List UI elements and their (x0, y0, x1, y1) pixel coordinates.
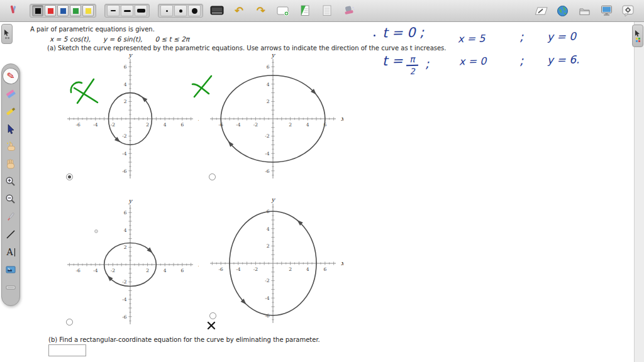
svg-text:-2: -2 (253, 266, 258, 272)
dot-size-large[interactable] (188, 5, 201, 16)
tool-text[interactable]: A (2, 243, 19, 261)
clear-stamp-button[interactable] (341, 3, 357, 19)
fraction-bar (406, 65, 418, 67)
new-whiteboard-button[interactable] (275, 3, 291, 19)
svg-text:x: x (198, 115, 199, 122)
svg-text:2: 2 (146, 268, 149, 273)
svg-text:-6: -6 (122, 168, 127, 174)
blackboard-button[interactable] (209, 3, 225, 19)
new-page-button[interactable] (297, 3, 313, 19)
ink-x-equals-5: x = 5 (458, 33, 486, 45)
svg-text:-2: -2 (122, 279, 127, 285)
svg-text:6: 6 (323, 266, 326, 272)
tool-minimize[interactable] (2, 278, 19, 296)
svg-text:-4: -4 (93, 268, 98, 273)
svg-text:2: 2 (289, 266, 292, 272)
thickness-group (104, 4, 150, 18)
thickness-thick[interactable] (135, 5, 147, 16)
tool-zoom-in[interactable] (2, 173, 19, 190)
minimize-bar-icon (5, 282, 16, 293)
equation-y: y = 6 sin(t), (103, 35, 142, 43)
svg-text:2: 2 (124, 244, 127, 250)
ink-pi-over-2: π 2 (406, 54, 418, 77)
eraser-icon (5, 88, 16, 99)
highlighter-icon (5, 106, 16, 117)
right-panel-collapse-button[interactable] (632, 25, 643, 47)
undo-button[interactable]: ↶ (231, 3, 247, 19)
tool-laser-pointer[interactable] (2, 208, 19, 226)
page-button[interactable] (319, 3, 335, 19)
zoom-in-icon (5, 176, 16, 187)
color-swatch-group (30, 4, 96, 18)
color-swatch[interactable] (45, 5, 56, 16)
right-gutter (634, 22, 644, 362)
svg-text:2: 2 (267, 99, 270, 104)
svg-text:-6: -6 (219, 266, 224, 272)
tool-pan-hand[interactable] (2, 155, 19, 173)
svg-text:-4: -4 (122, 151, 127, 156)
option-graph-D: -6-4-2246-6-4-2246xy (205, 187, 343, 327)
text-tool-icon: A (6, 247, 14, 257)
dot-size-medium[interactable] (174, 5, 187, 16)
tool-select-arrow[interactable] (2, 120, 19, 138)
tool-eraser[interactable] (2, 85, 19, 102)
thickness-medium[interactable] (121, 5, 133, 16)
settings-gear-button[interactable] (620, 3, 636, 19)
tool-pen[interactable]: ✎ (2, 67, 19, 85)
problem-intro: A pair of parametric equations is given. (30, 26, 155, 33)
line-tool-icon (5, 229, 16, 240)
svg-text:-2: -2 (265, 133, 270, 139)
pointing-hand-icon (5, 141, 16, 152)
svg-text:x: x (198, 261, 199, 268)
notes-button[interactable] (532, 3, 548, 19)
tool-pointing-hand[interactable] (2, 138, 19, 155)
answer-input[interactable] (48, 344, 86, 356)
tool-line[interactable] (2, 226, 19, 243)
sidebar-collapse-button[interactable] (1, 24, 13, 44)
whiteboard-canvas[interactable]: ✎A A pair of parametric equations is giv… (0, 22, 644, 362)
option-graph-A: -6-4-2246-6-4-2246xy (64, 52, 199, 184)
svg-text:y: y (271, 196, 276, 204)
svg-text:4: 4 (267, 82, 270, 87)
pen-icon: ✎ (1, 67, 19, 85)
part-b-prompt: (b) Find a rectangular-coordinate equati… (48, 336, 320, 343)
svg-text:x: x (341, 115, 343, 122)
thickness-thin[interactable] (107, 5, 119, 16)
dot-size-group (158, 4, 203, 18)
app-pen-logo-icon[interactable] (5, 3, 21, 19)
ink-x-equals-0: x = 0 (459, 55, 487, 68)
svg-text:-2: -2 (265, 278, 270, 283)
top-toolbar: ↶ ↷ (0, 0, 644, 22)
files-folder-button[interactable] (576, 3, 592, 19)
dot-size-small[interactable] (160, 5, 173, 16)
svg-text:2: 2 (146, 122, 149, 128)
ink-semicolon-1: ; (519, 30, 524, 43)
svg-text:-4: -4 (265, 151, 270, 156)
ink-semicolon-3: ; (519, 53, 524, 67)
color-swatch[interactable] (32, 5, 43, 16)
equation-domain: 0 ≤ t ≤ 2π (155, 35, 189, 43)
option-graph-C: -6-4-2246-6-4-2246xy (64, 187, 199, 327)
web-globe-button[interactable] (554, 3, 570, 19)
svg-text:-6: -6 (122, 314, 127, 320)
tool-zoom-out[interactable] (2, 190, 19, 208)
color-swatch[interactable] (57, 5, 69, 16)
svg-text:4: 4 (124, 82, 127, 87)
svg-text:2: 2 (289, 122, 292, 128)
part-a-prompt: (a) Sketch the curve represented by the … (47, 45, 447, 52)
pan-hand-icon (5, 158, 16, 170)
cursor-arrow-icon (6, 124, 16, 134)
tool-screenshot[interactable] (2, 261, 19, 278)
svg-text:-2: -2 (111, 122, 116, 128)
color-swatch[interactable] (82, 5, 94, 16)
svg-text:-4: -4 (265, 295, 270, 301)
tool-highlighter[interactable] (2, 102, 19, 120)
redo-button[interactable]: ↷ (253, 3, 269, 19)
svg-text:-2: -2 (122, 133, 127, 139)
svg-text:6: 6 (124, 64, 127, 70)
color-swatch[interactable] (70, 5, 81, 16)
mini-palette-icon (636, 38, 640, 40)
display-monitor-button[interactable] (598, 3, 614, 19)
ink-t-equals-0: t = 0 ; (382, 25, 425, 40)
svg-text:6: 6 (180, 268, 184, 273)
